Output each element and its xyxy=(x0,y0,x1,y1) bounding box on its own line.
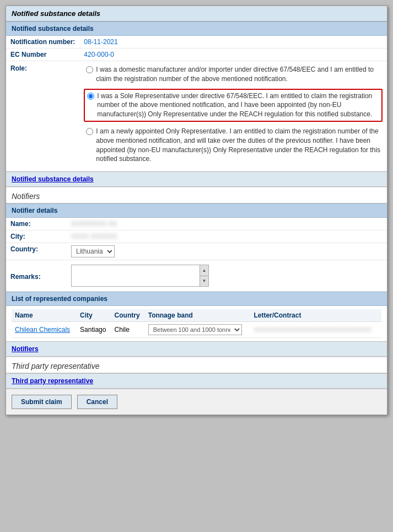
country-row: Country: Lithuania xyxy=(6,243,387,260)
country-value: Lithuania xyxy=(67,243,387,260)
company-name-cell: Chilean Chemicals xyxy=(12,322,77,338)
notification-number-label: Notification number: xyxy=(6,36,79,49)
notification-number-value: 08-11-2021 xyxy=(79,36,387,49)
role-options: I was a domestic manufacturer and/or imp… xyxy=(79,61,387,171)
role-row: Role: I was a domestic manufacturer and/… xyxy=(6,61,387,171)
role-label: Role: xyxy=(6,61,79,171)
title-text: Notified substance details xyxy=(12,9,100,18)
role-radio-2[interactable] xyxy=(87,93,94,100)
notifiers-title: Notifiers xyxy=(6,187,387,203)
table-row: Chilean Chemicals Santiago Chile Between… xyxy=(12,322,381,338)
scroll-arrows: ▲ ▼ xyxy=(200,265,208,286)
remarks-value: ▲ ▼ xyxy=(67,260,387,292)
country-label: Country: xyxy=(6,243,67,260)
button-bar: Submit claim Cancel xyxy=(6,389,387,415)
country-select[interactable]: Lithuania xyxy=(71,245,115,257)
role-radio-3[interactable] xyxy=(86,128,93,135)
cancel-button[interactable]: Cancel xyxy=(77,395,117,409)
companies-table-header-row: Name City Country Tonnage band Letter/Co… xyxy=(12,309,381,322)
notifiers-link[interactable]: Notifiers xyxy=(12,345,39,353)
col-tonnage: Tonnage band xyxy=(145,309,251,322)
third-party-link[interactable]: Third party representative xyxy=(12,377,93,385)
notified-substance-form: Notification number: 08-11-2021 EC Numbe… xyxy=(6,36,387,171)
notifier-form: Name: XXXXXXXX XX City: XXXX XXXXXX Coun… xyxy=(6,218,387,292)
tonnage-select[interactable]: Between 100 and 1000 tonnes/year xyxy=(148,324,242,335)
scroll-up-arrow[interactable]: ▲ xyxy=(200,265,208,276)
remarks-scroll-box: ▲ ▼ xyxy=(71,265,209,287)
remarks-label: Remarks: xyxy=(6,260,67,292)
notifier-details-header: Notifier details xyxy=(6,203,387,218)
role-option-3-text: I am a newly appointed Only Representati… xyxy=(96,127,380,164)
third-party-title: Third party representative xyxy=(6,357,387,373)
company-tonnage-cell: Between 100 and 1000 tonnes/year xyxy=(145,322,251,338)
companies-header: List of represented companies xyxy=(6,292,387,306)
window-title: Notified substance details xyxy=(6,6,387,22)
ec-number-value: 420-000-0 xyxy=(79,49,387,61)
name-row: Name: XXXXXXXX XX xyxy=(6,218,387,230)
col-city: City xyxy=(77,309,111,322)
scroll-down-arrow[interactable]: ▼ xyxy=(200,276,208,287)
company-country-cell: Chile xyxy=(111,322,145,338)
notification-number-row: Notification number: 08-11-2021 xyxy=(6,36,387,49)
role-option-1: I was a domestic manufacturer and/or imp… xyxy=(84,63,383,85)
name-value: XXXXXXXX XX xyxy=(67,218,387,230)
city-value: XXXX XXXXXX xyxy=(67,230,387,243)
notifiers-link-row: Notifiers xyxy=(6,341,387,357)
role-radio-1[interactable] xyxy=(86,66,93,73)
third-party-link-row: Third party representative xyxy=(6,373,387,389)
main-window: Notified substance details Notified subs… xyxy=(6,6,387,415)
city-label: City: xyxy=(6,230,67,243)
name-label: Name: xyxy=(6,218,67,230)
role-option-2: I was a Sole Representative under direct… xyxy=(84,89,383,122)
role-option-2-text: I was a Sole Representative under direct… xyxy=(97,92,379,119)
notified-substance-link[interactable]: Notified substance details xyxy=(12,175,94,183)
ec-number-row: EC Number 420-000-0 xyxy=(6,49,387,61)
role-option-3: I am a newly appointed Only Representati… xyxy=(84,125,383,165)
col-name: Name xyxy=(12,309,77,322)
submit-button[interactable]: Submit claim xyxy=(12,395,72,409)
role-option-1-text: I was a domestic manufacturer and/or imp… xyxy=(96,65,380,84)
notified-substance-header: Notified substance details xyxy=(6,22,387,36)
city-row: City: XXXX XXXXXX xyxy=(6,230,387,243)
col-letter: Letter/Contract xyxy=(250,309,381,322)
remarks-row: Remarks: ▲ ▼ xyxy=(6,260,387,292)
companies-table-wrapper: Name City Country Tonnage band Letter/Co… xyxy=(6,306,387,341)
company-name-link[interactable]: Chilean Chemicals xyxy=(15,326,70,334)
company-city-cell: Santiago xyxy=(77,322,111,338)
col-country: Country xyxy=(111,309,145,322)
ec-number-label: EC Number xyxy=(6,49,79,61)
notified-substance-link-row: Notified substance details xyxy=(6,171,387,187)
content-area: Notified substance details Notification … xyxy=(6,22,387,415)
companies-table: Name City Country Tonnage band Letter/Co… xyxy=(12,309,381,338)
company-letter-cell: XXXXXXXXXXXXXXXXXXXXXXXXXXXXXXXX xyxy=(250,322,381,338)
